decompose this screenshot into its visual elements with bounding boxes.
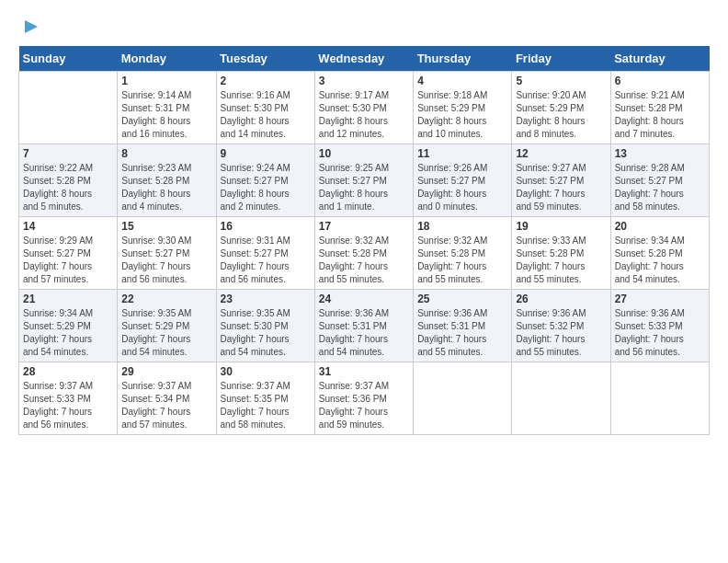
calendar-cell: [414, 362, 512, 435]
calendar-cell: 11Sunrise: 9:26 AM Sunset: 5:27 PM Dayli…: [414, 144, 512, 217]
day-number: 25: [417, 293, 507, 305]
calendar-cell: 16Sunrise: 9:31 AM Sunset: 5:27 PM Dayli…: [216, 217, 314, 290]
day-number: 28: [23, 365, 113, 378]
day-info: Sunrise: 9:37 AM Sunset: 5:35 PM Dayligh…: [221, 380, 311, 431]
day-info: Sunrise: 9:34 AM Sunset: 5:29 PM Dayligh…: [23, 307, 113, 359]
day-number: 7: [23, 147, 113, 160]
day-number: 26: [516, 293, 606, 305]
calendar-cell: [512, 362, 610, 435]
day-info: Sunrise: 9:30 AM Sunset: 5:27 PM Dayligh…: [121, 235, 211, 286]
week-row-2: 14Sunrise: 9:29 AM Sunset: 5:27 PM Dayli…: [19, 217, 710, 290]
day-number: 29: [121, 365, 211, 378]
week-row-0: 1Sunrise: 9:14 AM Sunset: 5:31 PM Daylig…: [19, 72, 710, 144]
day-info: Sunrise: 9:24 AM Sunset: 5:27 PM Dayligh…: [221, 162, 311, 213]
day-number: 23: [221, 293, 311, 305]
svg-marker-0: [25, 20, 38, 33]
week-row-3: 21Sunrise: 9:34 AM Sunset: 5:29 PM Dayli…: [19, 290, 710, 362]
day-info: Sunrise: 9:25 AM Sunset: 5:27 PM Dayligh…: [319, 162, 409, 213]
day-info: Sunrise: 9:22 AM Sunset: 5:28 PM Dayligh…: [23, 162, 113, 213]
day-number: 1: [121, 75, 211, 87]
day-info: Sunrise: 9:37 AM Sunset: 5:33 PM Dayligh…: [23, 380, 113, 431]
calendar-cell: 6Sunrise: 9:21 AM Sunset: 5:28 PM Daylig…: [610, 72, 709, 144]
calendar-cell: 30Sunrise: 9:37 AM Sunset: 5:35 PM Dayli…: [216, 362, 314, 435]
header-row: SundayMondayTuesdayWednesdayThursdayFrid…: [19, 46, 710, 72]
day-info: Sunrise: 9:18 AM Sunset: 5:29 PM Dayligh…: [417, 89, 507, 141]
day-number: 12: [516, 147, 606, 160]
calendar-cell: 17Sunrise: 9:32 AM Sunset: 5:28 PM Dayli…: [314, 217, 413, 290]
day-info: Sunrise: 9:28 AM Sunset: 5:27 PM Dayligh…: [615, 162, 705, 213]
calendar-cell: 1Sunrise: 9:14 AM Sunset: 5:31 PM Daylig…: [118, 72, 216, 144]
day-number: 9: [221, 147, 311, 160]
day-number: 24: [319, 293, 409, 305]
day-number: 3: [319, 75, 409, 87]
calendar-cell: 12Sunrise: 9:27 AM Sunset: 5:27 PM Dayli…: [512, 144, 610, 217]
day-number: 2: [221, 75, 311, 87]
calendar-cell: 23Sunrise: 9:35 AM Sunset: 5:30 PM Dayli…: [216, 290, 314, 362]
day-number: 16: [221, 220, 311, 233]
col-header-tuesday: Tuesday: [216, 46, 314, 72]
calendar-cell: 24Sunrise: 9:36 AM Sunset: 5:31 PM Dayli…: [314, 290, 413, 362]
day-info: Sunrise: 9:37 AM Sunset: 5:36 PM Dayligh…: [319, 380, 409, 431]
page-container: SundayMondayTuesdayWednesdayThursdayFrid…: [0, 0, 728, 444]
logo: [18, 15, 41, 37]
col-header-wednesday: Wednesday: [314, 46, 413, 72]
day-number: 8: [121, 147, 211, 160]
calendar-cell: 10Sunrise: 9:25 AM Sunset: 5:27 PM Dayli…: [314, 144, 413, 217]
calendar-cell: 7Sunrise: 9:22 AM Sunset: 5:28 PM Daylig…: [19, 144, 118, 217]
col-header-saturday: Saturday: [610, 46, 709, 72]
day-info: Sunrise: 9:31 AM Sunset: 5:27 PM Dayligh…: [221, 235, 311, 286]
day-number: 22: [121, 293, 211, 305]
day-info: Sunrise: 9:14 AM Sunset: 5:31 PM Dayligh…: [121, 89, 211, 141]
day-info: Sunrise: 9:33 AM Sunset: 5:28 PM Dayligh…: [516, 235, 606, 286]
calendar-cell: 29Sunrise: 9:37 AM Sunset: 5:34 PM Dayli…: [118, 362, 216, 435]
logo-arrow-icon: [21, 17, 41, 37]
day-info: Sunrise: 9:36 AM Sunset: 5:32 PM Dayligh…: [516, 307, 606, 359]
day-info: Sunrise: 9:35 AM Sunset: 5:30 PM Dayligh…: [221, 307, 311, 359]
day-number: 5: [516, 75, 606, 87]
col-header-sunday: Sunday: [19, 46, 118, 72]
day-info: Sunrise: 9:35 AM Sunset: 5:29 PM Dayligh…: [121, 307, 211, 359]
day-info: Sunrise: 9:23 AM Sunset: 5:28 PM Dayligh…: [121, 162, 211, 213]
calendar-cell: [19, 72, 118, 144]
day-number: 4: [417, 75, 507, 87]
day-info: Sunrise: 9:36 AM Sunset: 5:33 PM Dayligh…: [615, 307, 705, 359]
calendar-cell: 2Sunrise: 9:16 AM Sunset: 5:30 PM Daylig…: [216, 72, 314, 144]
calendar-cell: [610, 362, 709, 435]
calendar-cell: 27Sunrise: 9:36 AM Sunset: 5:33 PM Dayli…: [610, 290, 709, 362]
calendar-cell: 21Sunrise: 9:34 AM Sunset: 5:29 PM Dayli…: [19, 290, 118, 362]
calendar-cell: 15Sunrise: 9:30 AM Sunset: 5:27 PM Dayli…: [118, 217, 216, 290]
calendar-table: SundayMondayTuesdayWednesdayThursdayFrid…: [18, 46, 710, 435]
calendar-cell: 28Sunrise: 9:37 AM Sunset: 5:33 PM Dayli…: [19, 362, 118, 435]
week-row-4: 28Sunrise: 9:37 AM Sunset: 5:33 PM Dayli…: [19, 362, 710, 435]
day-number: 6: [615, 75, 705, 87]
header: [18, 15, 710, 37]
calendar-cell: 8Sunrise: 9:23 AM Sunset: 5:28 PM Daylig…: [118, 144, 216, 217]
calendar-cell: 22Sunrise: 9:35 AM Sunset: 5:29 PM Dayli…: [118, 290, 216, 362]
calendar-cell: 25Sunrise: 9:36 AM Sunset: 5:31 PM Dayli…: [414, 290, 512, 362]
day-info: Sunrise: 9:36 AM Sunset: 5:31 PM Dayligh…: [417, 307, 507, 359]
day-number: 30: [221, 365, 311, 378]
day-number: 21: [23, 293, 113, 305]
day-info: Sunrise: 9:34 AM Sunset: 5:28 PM Dayligh…: [615, 235, 705, 286]
day-info: Sunrise: 9:21 AM Sunset: 5:28 PM Dayligh…: [615, 89, 705, 141]
calendar-cell: 19Sunrise: 9:33 AM Sunset: 5:28 PM Dayli…: [512, 217, 610, 290]
calendar-cell: 18Sunrise: 9:32 AM Sunset: 5:28 PM Dayli…: [414, 217, 512, 290]
day-number: 15: [121, 220, 211, 233]
day-info: Sunrise: 9:27 AM Sunset: 5:27 PM Dayligh…: [516, 162, 606, 213]
calendar-cell: 26Sunrise: 9:36 AM Sunset: 5:32 PM Dayli…: [512, 290, 610, 362]
day-number: 10: [319, 147, 409, 160]
day-number: 11: [417, 147, 507, 160]
day-info: Sunrise: 9:17 AM Sunset: 5:30 PM Dayligh…: [319, 89, 409, 141]
calendar-cell: 3Sunrise: 9:17 AM Sunset: 5:30 PM Daylig…: [314, 72, 413, 144]
day-info: Sunrise: 9:36 AM Sunset: 5:31 PM Dayligh…: [319, 307, 409, 359]
day-number: 20: [615, 220, 705, 233]
day-info: Sunrise: 9:37 AM Sunset: 5:34 PM Dayligh…: [121, 380, 211, 431]
calendar-cell: 14Sunrise: 9:29 AM Sunset: 5:27 PM Dayli…: [19, 217, 118, 290]
day-info: Sunrise: 9:20 AM Sunset: 5:29 PM Dayligh…: [516, 89, 606, 141]
day-info: Sunrise: 9:16 AM Sunset: 5:30 PM Dayligh…: [221, 89, 311, 141]
day-number: 14: [23, 220, 113, 233]
day-info: Sunrise: 9:32 AM Sunset: 5:28 PM Dayligh…: [319, 235, 409, 286]
day-info: Sunrise: 9:29 AM Sunset: 5:27 PM Dayligh…: [23, 235, 113, 286]
day-number: 18: [417, 220, 507, 233]
day-number: 27: [615, 293, 705, 305]
